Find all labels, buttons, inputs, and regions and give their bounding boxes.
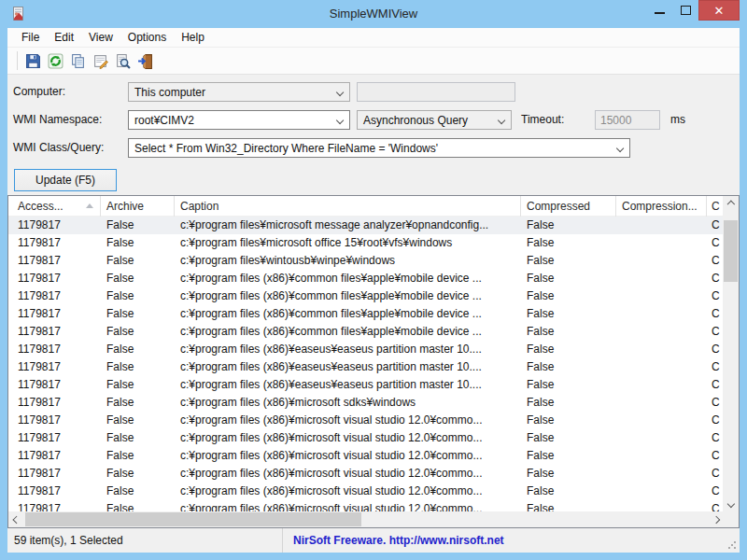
update-button[interactable]: Update (F5) — [14, 169, 117, 191]
close-button[interactable]: ✕ — [698, 0, 740, 21]
cell-access: 1179817 — [8, 323, 101, 341]
window-border-bottom — [0, 553, 747, 560]
menu-file[interactable]: File — [14, 29, 47, 46]
cell-compressed: False — [521, 465, 616, 483]
cell-compression — [616, 270, 707, 287]
cell-c: C — [707, 447, 724, 465]
cell-archive: False — [101, 376, 175, 394]
horizontal-scrollbar[interactable] — [8, 511, 724, 527]
vertical-scrollbar[interactable] — [723, 196, 739, 511]
cell-compressed: False — [521, 376, 616, 394]
menu-options[interactable]: Options — [120, 29, 174, 46]
table-row[interactable]: 1179817Falsec:¥program files (x86)¥easeu… — [8, 358, 724, 376]
query-combobox-value: Select * From Win32_Directory Where File… — [134, 142, 438, 155]
table-row[interactable]: 1179817Falsec:¥program files (x86)¥micro… — [8, 483, 724, 500]
table-row[interactable]: 1179817Falsec:¥program files (x86)¥commo… — [8, 323, 724, 341]
horizontal-scrollbar-thumb[interactable] — [25, 512, 361, 526]
cell-c: C — [707, 465, 724, 483]
column-header-archive[interactable]: Archive — [101, 196, 175, 217]
menu-help[interactable]: Help — [174, 29, 212, 46]
cell-access: 1179817 — [8, 376, 101, 394]
cell-compression — [616, 305, 707, 323]
refresh-button[interactable] — [44, 49, 66, 72]
cell-c: C — [707, 234, 724, 252]
maximize-button[interactable] — [672, 0, 698, 21]
cell-c: C — [707, 270, 724, 287]
cell-archive: False — [101, 234, 175, 252]
table-row[interactable]: 1179817Falsec:¥program files (x86)¥micro… — [8, 394, 724, 412]
cell-caption: c:¥program files¥microsoft message analy… — [175, 217, 521, 234]
status-right-panel: NirSoft Freeware. http://www.nirsoft.net — [283, 528, 740, 553]
column-header-c[interactable]: C — [707, 196, 724, 217]
column-header-compressed[interactable]: Compressed — [521, 196, 616, 217]
computer-combobox-value: This computer — [134, 86, 205, 99]
cell-caption: c:¥program files (x86)¥common files¥appl… — [175, 305, 521, 323]
query-combobox[interactable]: Select * From Win32_Directory Where File… — [128, 138, 630, 158]
timeout-label: Timeout: — [521, 113, 564, 126]
window-border-left — [0, 28, 7, 560]
cell-compression — [616, 341, 707, 358]
nirsoft-link[interactable]: NirSoft Freeware. http://www.nirsoft.net — [293, 534, 504, 547]
cell-access: 1179817 — [8, 270, 101, 287]
cell-compression — [616, 217, 707, 234]
scroll-right-button[interactable] — [708, 511, 724, 527]
table-row[interactable]: 1179817Falsec:¥program files (x86)¥easeu… — [8, 376, 724, 394]
table-row[interactable]: 1179817Falsec:¥program files¥wintousb¥wi… — [8, 252, 724, 270]
cell-archive: False — [101, 500, 175, 511]
timeout-input[interactable] — [595, 110, 660, 130]
sort-ascending-icon — [86, 203, 93, 208]
cell-compressed: False — [521, 358, 616, 376]
remote-computer-input[interactable] — [357, 82, 515, 102]
save-button[interactable] — [21, 49, 44, 72]
namespace-combobox[interactable]: root¥CIMV2 — [128, 110, 350, 130]
table-row[interactable]: 1179817Falsec:¥program files¥microsoft m… — [8, 217, 724, 234]
cell-caption: c:¥program files (x86)¥microsoft visual … — [175, 483, 521, 500]
table-body: 1179817Falsec:¥program files¥microsoft m… — [8, 217, 724, 523]
exit-button[interactable] — [134, 49, 156, 72]
table-row[interactable]: 1179817Falsec:¥program files (x86)¥commo… — [8, 287, 724, 305]
column-header-caption[interactable]: Caption — [175, 196, 521, 217]
cell-caption: c:¥program files (x86)¥easeus¥easeus par… — [175, 358, 521, 376]
table-row[interactable]: 1179817Falsec:¥program files (x86)¥micro… — [8, 412, 724, 429]
cell-compressed: False — [521, 270, 616, 287]
cell-compressed: False — [521, 447, 616, 465]
cell-c: C — [707, 341, 724, 358]
copy-button[interactable] — [66, 49, 89, 72]
resize-grip[interactable] — [727, 540, 737, 550]
query-form: Computer: This computer WMI Namespace: r… — [7, 75, 740, 195]
minimize-button[interactable] — [646, 0, 672, 21]
scroll-left-button[interactable] — [8, 511, 24, 527]
status-bar: 59 item(s), 1 Selected NirSoft Freeware.… — [7, 528, 740, 553]
computer-combobox[interactable]: This computer — [128, 82, 350, 102]
vertical-scrollbar-thumb[interactable] — [724, 220, 738, 282]
cell-caption: c:¥program files (x86)¥common files¥appl… — [175, 270, 521, 287]
cell-compressed: False — [521, 394, 616, 412]
table-row[interactable]: 1179817Falsec:¥program files (x86)¥commo… — [8, 305, 724, 323]
table-row[interactable]: 1179817Falsec:¥program files (x86)¥easeu… — [8, 341, 724, 358]
scroll-down-button[interactable] — [723, 496, 739, 511]
table-row[interactable]: 1179817Falsec:¥program files (x86)¥micro… — [8, 465, 724, 483]
cell-compression — [616, 465, 707, 483]
menu-view[interactable]: View — [81, 29, 120, 46]
cell-compressed: False — [521, 234, 616, 252]
exit-icon — [137, 53, 153, 69]
cell-compression — [616, 500, 707, 511]
cell-c: C — [707, 394, 724, 412]
find-button[interactable] — [111, 49, 134, 72]
table-row[interactable]: 1179817Falsec:¥program files (x86)¥micro… — [8, 500, 724, 511]
table-row[interactable]: 1179817Falsec:¥program files (x86)¥micro… — [8, 429, 724, 447]
column-header-access[interactable]: Access... — [8, 196, 101, 217]
query-mode-combobox[interactable]: Asynchronous Query — [357, 110, 512, 130]
table-row[interactable]: 1179817Falsec:¥program files (x86)¥commo… — [8, 270, 724, 287]
column-header-compression[interactable]: Compression... — [616, 196, 707, 217]
cell-archive: False — [101, 341, 175, 358]
scroll-up-button[interactable] — [723, 196, 739, 212]
chevron-down-icon — [616, 145, 625, 153]
maximize-icon — [681, 6, 691, 15]
cell-compressed: False — [521, 323, 616, 341]
chevron-down-icon — [336, 117, 345, 125]
table-row[interactable]: 1179817Falsec:¥program files¥microsoft o… — [8, 234, 724, 252]
menu-edit[interactable]: Edit — [47, 29, 81, 46]
table-row[interactable]: 1179817Falsec:¥program files (x86)¥micro… — [8, 447, 724, 465]
properties-button[interactable] — [89, 49, 111, 72]
